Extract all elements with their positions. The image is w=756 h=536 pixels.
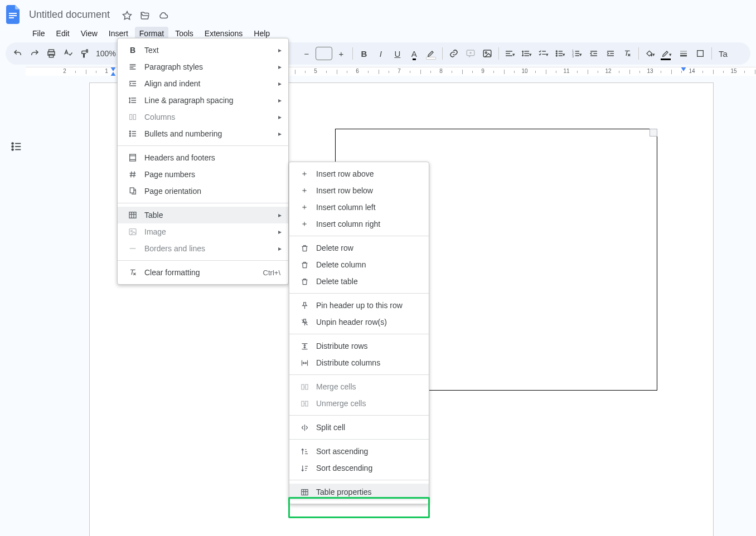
trash-icon	[298, 277, 311, 286]
table-delete-table[interactable]: Delete table	[289, 273, 429, 290]
format-headers-footers[interactable]: Headers and footers	[118, 149, 288, 166]
underline-button[interactable]: U	[390, 46, 405, 61]
print-button[interactable]	[43, 46, 59, 61]
ruler-tick-label: 10	[521, 68, 527, 74]
paragraph-icon	[127, 62, 139, 71]
redo-button[interactable]	[27, 46, 42, 61]
table-insert-row-below[interactable]: ＋ Insert row below	[289, 182, 429, 199]
svg-rect-28	[305, 384, 307, 389]
plus-icon: ＋	[298, 219, 311, 229]
more-format-label[interactable]: Ta	[715, 46, 731, 61]
svg-point-18	[12, 149, 13, 150]
insert-link-button[interactable]	[446, 46, 462, 61]
svg-point-9	[556, 51, 558, 52]
table-distribute-rows[interactable]: Distribute rows	[289, 338, 429, 354]
font-size-input[interactable]	[316, 47, 332, 60]
highlight-color-button[interactable]	[423, 46, 439, 61]
table-unmerge-cells: Unmerge cells	[289, 395, 429, 412]
document-title[interactable]: Untitled document	[26, 8, 113, 22]
svg-rect-31	[301, 489, 307, 495]
ruler-tick-label: 6	[356, 68, 359, 74]
zoom-select[interactable]: 100%	[94, 46, 118, 61]
borders-icon	[127, 244, 139, 253]
menu-edit[interactable]: Edit	[52, 27, 74, 40]
trash-icon	[298, 261, 311, 269]
menu-view[interactable]: View	[76, 27, 102, 40]
border-width-button[interactable]	[676, 46, 691, 61]
svg-point-8	[485, 52, 487, 53]
split-icon	[298, 423, 311, 432]
svg-rect-15	[697, 51, 703, 57]
ruler-tick-label: 7	[398, 68, 401, 74]
format-paragraph-styles[interactable]: Paragraph styles▸	[118, 59, 288, 75]
align-button[interactable]: ▾	[502, 46, 518, 61]
format-line-spacing[interactable]: Line & paragraph spacing▸	[118, 92, 288, 109]
table-insert-row-above[interactable]: ＋ Insert row above	[289, 165, 429, 182]
svg-rect-30	[305, 401, 307, 406]
svg-rect-24	[129, 212, 136, 218]
table-delete-row[interactable]: Delete row	[289, 240, 429, 256]
menu-file[interactable]: File	[28, 27, 50, 40]
table-split-cell[interactable]: Split cell	[289, 419, 429, 436]
border-color-button[interactable]: ▾	[659, 46, 675, 61]
italic-button[interactable]: I	[373, 46, 389, 61]
table-unpin-header[interactable]: Unpin header row(s)	[289, 314, 429, 330]
spellcheck-button[interactable]	[60, 46, 76, 61]
clear-format-icon	[127, 268, 139, 277]
paint-format-button[interactable]	[77, 46, 93, 61]
docs-logo[interactable]	[4, 3, 22, 26]
table-sort-desc[interactable]: Sort descending	[289, 460, 429, 476]
format-page-orientation[interactable]: Page orientation	[118, 183, 288, 199]
clear-formatting-button[interactable]	[619, 46, 635, 61]
decrease-indent-button[interactable]	[586, 46, 602, 61]
merge-icon	[298, 383, 311, 391]
checklist-button[interactable]: ▾	[536, 46, 551, 61]
cloud-status-icon[interactable]	[158, 11, 169, 21]
svg-rect-29	[301, 401, 303, 406]
numbered-list-button[interactable]: 123▾	[569, 46, 585, 61]
insert-image-button[interactable]	[479, 46, 495, 61]
bold-button[interactable]: B	[356, 46, 372, 61]
table-icon	[127, 211, 139, 220]
table-properties[interactable]: Table properties	[289, 484, 429, 500]
ruler-tick-label: 13	[647, 68, 653, 74]
format-page-numbers[interactable]: Page numbers	[118, 166, 288, 183]
font-size-increase[interactable]: +	[333, 46, 349, 61]
svg-rect-0	[9, 13, 17, 14]
svg-rect-7	[483, 50, 491, 57]
border-dash-button[interactable]	[692, 46, 708, 61]
format-text[interactable]: B Text▸	[118, 42, 288, 59]
format-table[interactable]: Table▸	[118, 207, 288, 223]
hash-icon	[127, 170, 139, 179]
indent-icon	[127, 79, 139, 88]
format-clear-formatting[interactable]: Clear formatting Ctrl+\	[118, 264, 288, 281]
image-icon	[127, 227, 139, 236]
ruler-tick-label: 5	[314, 68, 317, 74]
line-spacing-button[interactable]: ▾	[519, 46, 535, 61]
move-icon[interactable]	[140, 11, 150, 21]
paint-bucket-button[interactable]: ▾	[642, 46, 658, 61]
table-pin-header[interactable]: Pin header up to this row	[289, 297, 429, 314]
format-bullets-numbering[interactable]: Bullets and numbering▸	[118, 125, 288, 142]
table-insert-col-right[interactable]: ＋ Insert column right	[289, 216, 429, 232]
increase-indent-button[interactable]	[603, 46, 618, 61]
table-sort-asc[interactable]: Sort ascending	[289, 443, 429, 460]
ruler-tick-label: 1	[105, 68, 108, 74]
format-align-indent[interactable]: Align and indent▸	[118, 75, 288, 92]
svg-point-20	[129, 133, 130, 134]
unpin-icon	[298, 318, 311, 327]
table-distribute-columns[interactable]: Distribute columns	[289, 354, 429, 371]
bulleted-list-button[interactable]: ▾	[553, 46, 568, 61]
table-delete-column[interactable]: Delete column	[289, 256, 429, 273]
star-icon[interactable]	[122, 11, 132, 21]
outline-toggle-icon[interactable]	[10, 140, 22, 153]
table-icon	[298, 488, 311, 496]
svg-point-11	[556, 55, 558, 56]
add-comment-button[interactable]	[463, 46, 478, 61]
svg-point-10	[556, 53, 558, 54]
trash-icon	[298, 244, 311, 252]
font-size-decrease[interactable]: −	[299, 46, 314, 61]
undo-button[interactable]	[10, 46, 26, 61]
table-insert-col-left[interactable]: ＋ Insert column left	[289, 199, 429, 216]
text-color-button[interactable]: A	[406, 46, 422, 61]
